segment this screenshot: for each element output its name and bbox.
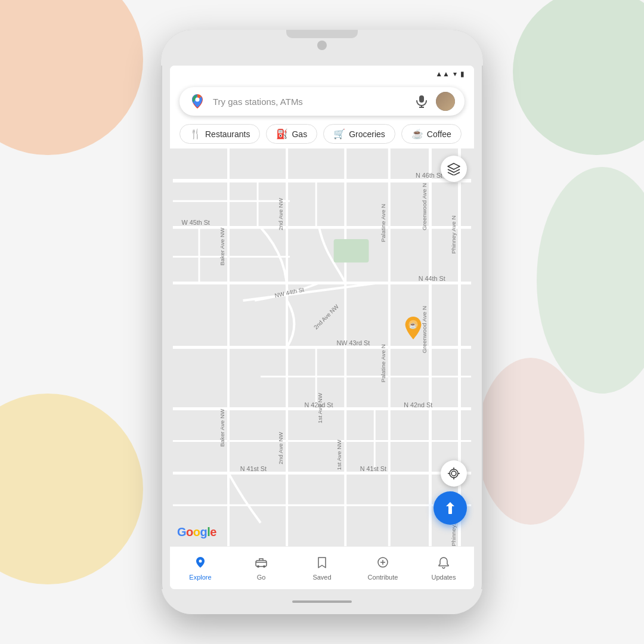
battery-icon: ▮ — [460, 70, 465, 78]
svg-text:Baker Ave NW: Baker Ave NW — [219, 227, 225, 265]
svg-point-57 — [451, 471, 456, 476]
coffee-pin[interactable]: ☕ — [402, 315, 424, 340]
svg-text:NW 43rd St: NW 43rd St — [337, 339, 370, 346]
wifi-icon: ▾ — [453, 70, 457, 78]
groceries-label: Groceries — [349, 129, 385, 139]
filter-chip-gas[interactable]: ⛽ Gas — [266, 124, 317, 144]
filter-chip-restaurants[interactable]: 🍴 Restaurants — [179, 124, 260, 144]
bg-blob-orange — [0, 0, 143, 155]
google-maps-logo — [189, 93, 206, 110]
svg-text:Palatine Ave N: Palatine Ave N — [380, 344, 386, 382]
bg-blob-peach — [477, 358, 584, 525]
svg-text:1st Ave NW: 1st Ave NW — [317, 392, 323, 423]
google-o-yellow: o — [193, 525, 200, 538]
map-layers-button[interactable] — [441, 156, 467, 182]
gas-icon: ⛽ — [276, 128, 288, 140]
bg-blob-yellow — [0, 394, 143, 584]
phone-screen: ▲▲ ▾ ▮ — [170, 66, 474, 589]
home-indicator — [292, 600, 352, 603]
map-svg: N 46th St W 45th St N 44th St NW 44th St… — [170, 148, 474, 546]
svg-text:N 41st St: N 41st St — [240, 465, 267, 472]
location-icon — [447, 467, 460, 480]
status-icons: ▲▲ ▾ ▮ — [435, 70, 465, 78]
google-logo: Google — [177, 525, 216, 539]
filter-row: 🍴 Restaurants ⛽ Gas 🛒 Groceries ☕ Coffee — [170, 120, 474, 148]
updates-label: Updates — [432, 574, 456, 581]
signal-icon: ▲▲ — [435, 70, 450, 78]
directions-icon — [443, 501, 457, 515]
nav-item-go[interactable]: Go — [240, 553, 282, 583]
nav-item-explore[interactable]: Explore — [179, 553, 221, 583]
layers-icon — [447, 162, 460, 175]
phone-bottom — [161, 589, 483, 614]
svg-text:Phinney Ave N: Phinney Ave N — [450, 215, 457, 253]
directions-button[interactable] — [434, 491, 467, 525]
svg-marker-56 — [448, 163, 460, 169]
gas-label: Gas — [292, 129, 307, 139]
filter-chip-groceries[interactable]: 🛒 Groceries — [323, 124, 395, 144]
updates-icon — [437, 556, 450, 572]
status-bar: ▲▲ ▾ ▮ — [170, 66, 474, 82]
nav-item-saved[interactable]: Saved — [301, 553, 343, 583]
search-placeholder: Try gas stations, ATMs — [213, 97, 407, 107]
svg-text:N 46th St: N 46th St — [416, 172, 442, 179]
google-g-blue: G — [177, 525, 186, 538]
svg-point-58 — [450, 469, 458, 478]
svg-text:2nd Ave NW: 2nd Ave NW — [277, 432, 284, 465]
bottom-nav: Explore Go — [170, 546, 474, 589]
svg-point-66 — [257, 565, 259, 568]
svg-rect-31 — [334, 239, 369, 262]
location-button[interactable] — [441, 460, 467, 487]
bg-blob-green-right — [537, 167, 644, 394]
svg-rect-63 — [448, 509, 452, 514]
user-avatar[interactable] — [436, 92, 455, 111]
nav-item-updates[interactable]: Updates — [423, 553, 465, 583]
go-label: Go — [257, 574, 266, 581]
google-o-red: o — [186, 525, 193, 538]
google-g-blue2: g — [200, 525, 208, 538]
svg-point-67 — [263, 565, 265, 568]
phone-camera — [317, 41, 327, 50]
bg-blob-green-top — [513, 0, 644, 155]
phone-top — [161, 30, 483, 66]
phone-notch — [286, 30, 358, 38]
svg-text:☕: ☕ — [410, 321, 418, 329]
filter-chip-coffee[interactable]: ☕ Coffee — [401, 124, 462, 144]
svg-point-2 — [196, 98, 200, 102]
restaurants-icon: 🍴 — [190, 128, 202, 140]
coffee-filter-icon: ☕ — [411, 128, 423, 140]
avatar-image — [436, 92, 455, 111]
svg-text:N 44th St: N 44th St — [419, 275, 445, 282]
svg-text:N 42nd St: N 42nd St — [404, 401, 432, 408]
svg-text:N 41st St: N 41st St — [360, 465, 386, 472]
contribute-label: Contribute — [368, 574, 398, 581]
coffee-label: Coffee — [427, 129, 451, 139]
pin-svg: ☕ — [402, 315, 424, 340]
svg-rect-3 — [419, 95, 424, 103]
saved-icon — [315, 556, 329, 572]
svg-point-64 — [199, 559, 202, 562]
groceries-icon: 🛒 — [333, 128, 345, 140]
go-icon — [255, 556, 268, 572]
mic-icon[interactable] — [414, 94, 429, 109]
svg-text:Baker Ave NW: Baker Ave NW — [219, 408, 225, 447]
svg-text:Greenwood Ave N: Greenwood Ave N — [421, 183, 428, 230]
phone-frame: ▲▲ ▾ ▮ — [161, 30, 483, 614]
explore-icon — [194, 556, 207, 572]
search-bar: Try gas stations, ATMs — [170, 82, 474, 120]
nav-item-contribute[interactable]: Contribute — [362, 553, 404, 583]
map-area[interactable]: N 46th St W 45th St N 44th St NW 44th St… — [170, 148, 474, 546]
restaurants-label: Restaurants — [205, 129, 250, 139]
contribute-icon — [376, 556, 389, 572]
svg-text:W 45th St: W 45th St — [182, 219, 210, 226]
svg-text:2nd Ave NW: 2nd Ave NW — [277, 197, 284, 230]
svg-text:1st Ave NW: 1st Ave NW — [336, 439, 342, 470]
svg-text:Palatine Ave N: Palatine Ave N — [380, 204, 386, 242]
google-e-red: e — [210, 525, 216, 538]
saved-label: Saved — [312, 574, 331, 581]
search-input-container[interactable]: Try gas stations, ATMs — [179, 87, 465, 116]
explore-label: Explore — [189, 574, 211, 581]
